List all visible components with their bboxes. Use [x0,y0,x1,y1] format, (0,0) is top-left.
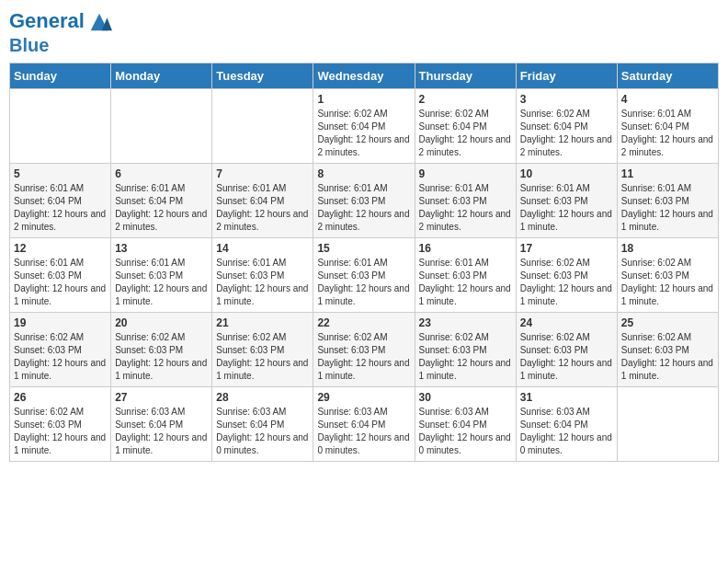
day-info: Sunrise: 6:03 AM Sunset: 6:04 PM Dayligh… [419,406,512,457]
day-number: 5 [14,167,107,180]
calendar-cell [10,89,111,164]
calendar-week-row: 19 Sunrise: 6:02 AM Sunset: 6:03 PM Dayl… [10,313,719,387]
daylight-label: Daylight: 12 hours and 2 minutes. [317,209,409,232]
day-number: 17 [520,242,613,255]
sunrise-label: Sunrise: 6:02 AM [621,332,691,342]
day-number: 14 [216,242,309,255]
daylight-label: Daylight: 12 hours and 1 minute. [14,432,106,455]
sunrise-label: Sunrise: 6:02 AM [520,109,590,119]
day-number: 1 [317,93,410,106]
daylight-label: Daylight: 12 hours and 2 minutes. [216,209,308,232]
calendar-cell: 24 Sunrise: 6:02 AM Sunset: 6:03 PM Dayl… [516,313,617,387]
calendar-cell [111,89,212,164]
daylight-label: Daylight: 12 hours and 1 minute. [520,283,612,306]
calendar-cell: 19 Sunrise: 6:02 AM Sunset: 6:03 PM Dayl… [10,313,111,387]
daylight-label: Daylight: 12 hours and 1 minute. [520,358,612,381]
day-number: 25 [621,316,714,329]
calendar-cell: 16 Sunrise: 6:01 AM Sunset: 6:03 PM Dayl… [415,238,516,313]
day-info: Sunrise: 6:02 AM Sunset: 6:03 PM Dayligh… [14,406,107,457]
sunrise-label: Sunrise: 6:02 AM [14,332,84,342]
day-info: Sunrise: 6:02 AM Sunset: 6:04 PM Dayligh… [419,108,512,159]
calendar-cell: 22 Sunrise: 6:02 AM Sunset: 6:03 PM Dayl… [313,313,415,387]
day-number: 9 [419,167,512,180]
calendar-cell: 11 Sunrise: 6:01 AM Sunset: 6:03 PM Dayl… [617,164,718,238]
day-info: Sunrise: 6:02 AM Sunset: 6:03 PM Dayligh… [419,331,512,383]
sunrise-label: Sunrise: 6:02 AM [115,332,185,342]
day-info: Sunrise: 6:02 AM Sunset: 6:03 PM Dayligh… [216,331,309,383]
day-info: Sunrise: 6:02 AM Sunset: 6:03 PM Dayligh… [621,257,714,308]
calendar-cell: 10 Sunrise: 6:01 AM Sunset: 6:03 PM Dayl… [516,164,617,238]
sunset-label: Sunset: 6:04 PM [520,419,588,430]
day-info: Sunrise: 6:01 AM Sunset: 6:03 PM Dayligh… [419,182,512,234]
weekday-header: Friday [516,63,617,89]
day-number: 10 [520,167,613,180]
calendar-cell: 15 Sunrise: 6:01 AM Sunset: 6:03 PM Dayl… [313,238,415,313]
day-number: 29 [317,391,410,404]
calendar-cell: 27 Sunrise: 6:03 AM Sunset: 6:04 PM Dayl… [111,387,212,462]
day-info: Sunrise: 6:01 AM Sunset: 6:04 PM Dayligh… [14,182,107,234]
day-number: 18 [621,242,714,255]
calendar-cell: 5 Sunrise: 6:01 AM Sunset: 6:04 PM Dayli… [10,164,111,238]
daylight-label: Daylight: 12 hours and 1 minute. [621,358,713,381]
sunset-label: Sunset: 6:04 PM [216,419,284,430]
calendar-cell: 1 Sunrise: 6:02 AM Sunset: 6:04 PM Dayli… [313,89,415,164]
calendar-cell: 30 Sunrise: 6:03 AM Sunset: 6:04 PM Dayl… [415,387,516,462]
day-number: 28 [216,391,309,404]
sunset-label: Sunset: 6:03 PM [115,345,183,355]
day-info: Sunrise: 6:01 AM Sunset: 6:04 PM Dayligh… [621,108,714,159]
daylight-label: Daylight: 12 hours and 1 minute. [216,283,308,306]
calendar-cell: 6 Sunrise: 6:01 AM Sunset: 6:04 PM Dayli… [111,164,212,238]
sunset-label: Sunset: 6:03 PM [14,270,82,281]
calendar-cell [212,89,313,164]
calendar-cell: 31 Sunrise: 6:03 AM Sunset: 6:04 PM Dayl… [516,387,617,462]
daylight-label: Daylight: 12 hours and 2 minutes. [520,134,612,157]
sunrise-label: Sunrise: 6:01 AM [419,183,489,193]
calendar-cell: 7 Sunrise: 6:01 AM Sunset: 6:04 PM Dayli… [212,164,313,238]
page-header: General Blue [9,9,719,55]
day-info: Sunrise: 6:01 AM Sunset: 6:04 PM Dayligh… [115,182,208,234]
day-number: 12 [14,242,107,255]
calendar-cell: 21 Sunrise: 6:02 AM Sunset: 6:03 PM Dayl… [212,313,313,387]
sunset-label: Sunset: 6:03 PM [419,345,487,355]
daylight-label: Daylight: 12 hours and 1 minute. [419,358,511,381]
sunrise-label: Sunrise: 6:03 AM [317,407,387,417]
sunset-label: Sunset: 6:03 PM [317,345,385,355]
daylight-label: Daylight: 12 hours and 0 minutes. [216,432,308,455]
daylight-label: Daylight: 12 hours and 2 minutes. [317,134,409,157]
sunset-label: Sunset: 6:03 PM [14,419,82,430]
day-info: Sunrise: 6:01 AM Sunset: 6:03 PM Dayligh… [317,257,410,308]
sunrise-label: Sunrise: 6:02 AM [419,332,489,342]
sunrise-label: Sunrise: 6:01 AM [419,258,489,268]
sunset-label: Sunset: 6:03 PM [115,270,183,281]
sunrise-label: Sunrise: 6:01 AM [317,258,387,268]
calendar-week-row: 12 Sunrise: 6:01 AM Sunset: 6:03 PM Dayl… [10,238,719,313]
day-number: 23 [419,316,512,329]
daylight-label: Daylight: 12 hours and 2 minutes. [115,209,207,232]
calendar-cell: 28 Sunrise: 6:03 AM Sunset: 6:04 PM Dayl… [212,387,313,462]
daylight-label: Daylight: 12 hours and 1 minute. [14,358,106,381]
sunrise-label: Sunrise: 6:02 AM [520,258,590,268]
calendar-cell: 9 Sunrise: 6:01 AM Sunset: 6:03 PM Dayli… [415,164,516,238]
daylight-label: Daylight: 12 hours and 1 minute. [216,358,308,381]
daylight-label: Daylight: 12 hours and 2 minutes. [621,134,713,157]
logo: General Blue [9,9,112,55]
logo-blue: Blue [9,35,112,55]
daylight-label: Daylight: 12 hours and 1 minute. [317,358,409,381]
calendar-table: SundayMondayTuesdayWednesdayThursdayFrid… [9,63,719,462]
sunset-label: Sunset: 6:04 PM [115,419,183,430]
day-info: Sunrise: 6:01 AM Sunset: 6:03 PM Dayligh… [419,257,512,308]
daylight-label: Daylight: 12 hours and 1 minute. [419,283,511,306]
sunrise-label: Sunrise: 6:01 AM [14,258,84,268]
sunset-label: Sunset: 6:04 PM [14,196,82,206]
calendar-cell: 29 Sunrise: 6:03 AM Sunset: 6:04 PM Dayl… [313,387,415,462]
sunset-label: Sunset: 6:03 PM [621,345,689,355]
calendar-cell: 2 Sunrise: 6:02 AM Sunset: 6:04 PM Dayli… [415,89,516,164]
day-number: 27 [115,391,208,404]
sunset-label: Sunset: 6:04 PM [317,419,385,430]
sunset-label: Sunset: 6:04 PM [520,121,588,132]
daylight-label: Daylight: 12 hours and 1 minute. [621,283,713,306]
calendar-cell: 8 Sunrise: 6:01 AM Sunset: 6:03 PM Dayli… [313,164,415,238]
sunset-label: Sunset: 6:03 PM [317,196,385,206]
day-number: 4 [621,93,714,106]
day-info: Sunrise: 6:02 AM Sunset: 6:03 PM Dayligh… [115,331,208,383]
